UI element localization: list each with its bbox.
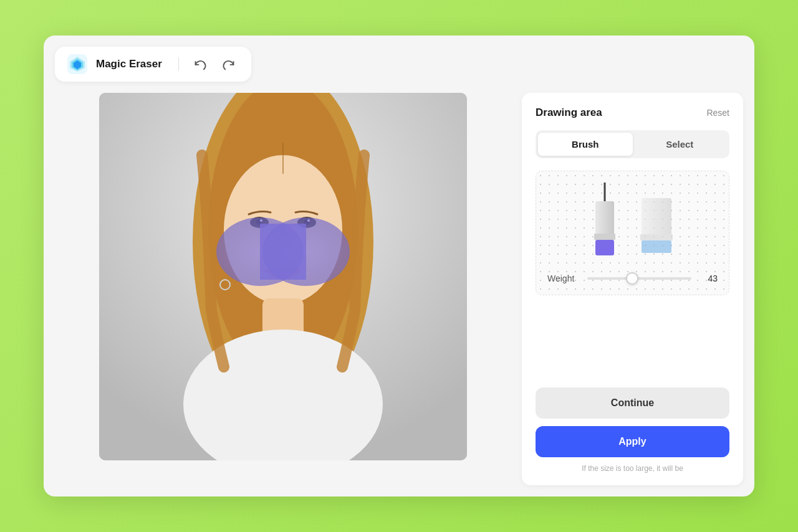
weight-row: Weight 43 [547, 273, 718, 283]
svg-rect-19 [260, 224, 306, 280]
brush-options-area: Weight 43 [536, 171, 729, 295]
toolbar: Magic Eraser [55, 47, 251, 82]
apply-button[interactable]: Apply [536, 426, 729, 457]
brush-toggle-button[interactable]: Brush [538, 133, 633, 156]
canvas-area[interactable] [55, 93, 522, 485]
brush-icons-row [547, 183, 718, 262]
brush-1-icon [590, 183, 619, 257]
brush-option-1[interactable] [590, 183, 619, 257]
hint-text: If the size is too large, it will be [536, 463, 729, 474]
select-toggle-button[interactable]: Select [633, 133, 728, 156]
toolbar-divider [178, 57, 179, 71]
brush-select-toggle: Brush Select [536, 130, 729, 158]
app-logo-icon [67, 54, 87, 74]
undo-button[interactable] [190, 55, 210, 73]
continue-button[interactable]: Continue [536, 387, 729, 419]
app-container: Magic Eraser [44, 36, 754, 496]
image-wrapper[interactable] [99, 93, 467, 460]
weight-slider[interactable] [587, 277, 691, 280]
panel-spacer [536, 308, 729, 387]
panel-header: Drawing area Reset [536, 107, 729, 119]
brush-option-2[interactable] [638, 192, 675, 257]
redo-icon [223, 58, 235, 70]
svg-rect-24 [594, 234, 615, 240]
reset-button[interactable]: Reset [706, 108, 729, 118]
svg-rect-26 [642, 198, 671, 235]
app-title: Magic Eraser [96, 58, 162, 70]
weight-value: 43 [699, 273, 718, 283]
brush-2-icon [638, 192, 675, 257]
weight-label: Weight [547, 273, 580, 283]
main-content: Drawing area Reset Brush Select [44, 82, 754, 496]
svg-rect-27 [640, 234, 673, 240]
svg-rect-23 [595, 201, 614, 235]
undo-icon [194, 58, 206, 70]
redo-button[interactable] [219, 55, 239, 73]
svg-rect-28 [642, 240, 671, 253]
svg-rect-25 [595, 240, 614, 255]
photo-svg[interactable] [99, 93, 467, 460]
right-panel: Drawing area Reset Brush Select [522, 93, 743, 485]
panel-title: Drawing area [536, 107, 602, 119]
